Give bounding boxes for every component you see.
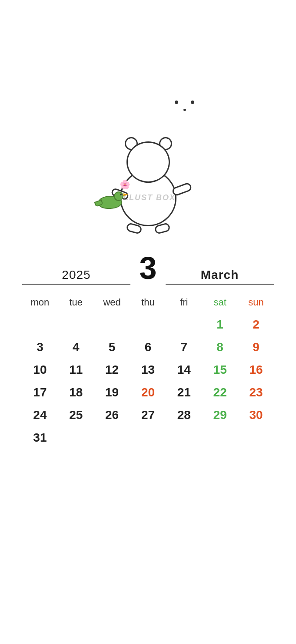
calendar-cell: 3 [22, 336, 58, 359]
col-mon: mon [22, 293, 58, 313]
bear-head [126, 141, 170, 183]
calendar-cell: 12 [94, 359, 130, 381]
calendar-cell: 18 [58, 381, 94, 404]
col-sun: sun [238, 293, 274, 313]
calendar-header-row: mon tue wed thu fri sat sun [22, 293, 274, 313]
col-fri: fri [166, 293, 202, 313]
calendar-cell: 8 [202, 336, 238, 359]
calendar-body: 1234567891011121314151617181920212223242… [22, 313, 274, 449]
calendar-cell: 4 [58, 336, 94, 359]
calendar-cell: 25 [58, 404, 94, 426]
calendar-grid: mon tue wed thu fri sat sun 123456789101… [22, 293, 274, 449]
calendar-cell [94, 426, 130, 449]
calendar-cell: 19 [94, 381, 130, 404]
calendar-cell: 15 [202, 359, 238, 381]
calendar-cell: 17 [22, 381, 58, 404]
calendar-cell: 9 [238, 336, 274, 359]
bear-nose [183, 109, 186, 111]
year-block: 2025 [22, 268, 131, 285]
calendar-cell: 26 [94, 404, 130, 426]
month-underline [166, 284, 274, 285]
illustration-area: 🌸 ILLUST BOX [0, 0, 296, 244]
calendar-cell: 14 [166, 359, 202, 381]
calendar-row: 24252627282930 [22, 404, 274, 426]
bear-eye-left [175, 101, 178, 104]
calendar-cell: 21 [166, 381, 202, 404]
calendar-cell [58, 313, 94, 336]
calendar-cell: 13 [130, 359, 166, 381]
calendar-cell: 5 [94, 336, 130, 359]
col-wed: wed [94, 293, 130, 313]
calendar-cell: 22 [202, 381, 238, 404]
calendar-row: 12 [22, 313, 274, 336]
bear-eye-right [191, 101, 194, 104]
calendar-cell: 24 [22, 404, 58, 426]
month-name: March [201, 268, 239, 282]
calendar-cell [166, 313, 202, 336]
calendar-cell [202, 426, 238, 449]
calendar-cell: 27 [130, 404, 166, 426]
calendar-cell [94, 313, 130, 336]
col-sat: sat [202, 293, 238, 313]
calendar-cell: 10 [22, 359, 58, 381]
month-number: 3 [139, 252, 156, 284]
calendar-cell [130, 313, 166, 336]
calendar-row: 31 [22, 426, 274, 449]
calendar-cell [238, 426, 274, 449]
calendar-cell [58, 426, 94, 449]
calendar-cell: 2 [238, 313, 274, 336]
calendar-cell: 1 [202, 313, 238, 336]
calendar-cell [22, 313, 58, 336]
calendar-cell: 29 [202, 404, 238, 426]
bird-body: 🌸 [98, 196, 122, 209]
calendar-cell [166, 426, 202, 449]
calendar-cell: 11 [58, 359, 94, 381]
calendar-cell: 28 [166, 404, 202, 426]
calendar-row: 17181920212223 [22, 381, 274, 404]
calendar-row: 3456789 [22, 336, 274, 359]
calendar-cell [130, 426, 166, 449]
calendar-header: 2025 3 March [22, 252, 274, 285]
flower-icon: 🌸 [120, 179, 130, 190]
bird: 🌸 [98, 196, 122, 209]
calendar-cell: 6 [130, 336, 166, 359]
month-name-block: March [166, 268, 274, 285]
calendar-cell: 23 [238, 381, 274, 404]
year-underline [22, 284, 131, 285]
bird-tail [94, 199, 103, 207]
watermark: ILLUST BOX [120, 193, 176, 202]
calendar-cell: 30 [238, 404, 274, 426]
calendar-cell: 31 [22, 426, 58, 449]
calendar-cell: 7 [166, 336, 202, 359]
calendar-row: 10111213141516 [22, 359, 274, 381]
col-tue: tue [58, 293, 94, 313]
col-thu: thu [130, 293, 166, 313]
calendar-cell: 20 [130, 381, 166, 404]
bear-illustration: 🌸 ILLUST BOX [92, 126, 205, 239]
calendar-section: 2025 3 March mon tue wed thu fri sat sun… [22, 244, 274, 458]
year-text: 2025 [62, 268, 90, 282]
calendar-cell: 16 [238, 359, 274, 381]
